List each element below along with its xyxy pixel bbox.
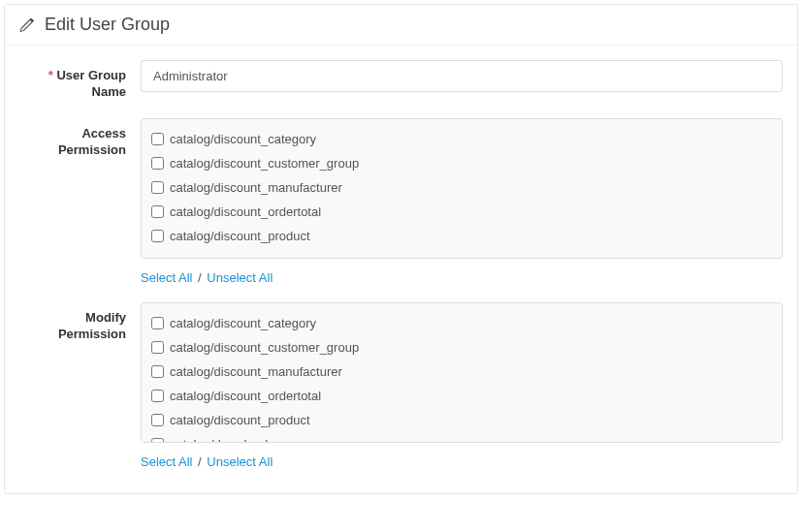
list-item: catalog/discount_manufacturer — [151, 175, 772, 200]
list-item: catalog/download — [151, 432, 772, 443]
modify-checkbox[interactable] — [151, 341, 164, 354]
pencil-icon — [19, 17, 35, 33]
list-item: catalog/discount_product — [151, 224, 772, 248]
label-modify-permission: Modify Permission — [19, 302, 141, 469]
modify-item-label: catalog/download — [170, 437, 268, 443]
list-item: catalog/discount_customer_group — [151, 151, 772, 175]
access-item-label: catalog/discount_category — [170, 132, 316, 146]
modify-checkbox[interactable] — [151, 390, 164, 402]
row-access-permission: Access Permission catalog/discount_categ… — [19, 118, 783, 285]
separator: / — [196, 454, 204, 469]
access-item-label: catalog/discount_customer_group — [170, 156, 359, 171]
modify-checkbox[interactable] — [151, 438, 164, 443]
list-item: catalog/discount_ordertotal — [151, 200, 772, 224]
modify-permission-box[interactable]: catalog/discount_category catalog/discou… — [141, 302, 783, 443]
modify-item-label: catalog/discount_customer_group — [170, 340, 359, 355]
list-item: catalog/discount_ordertotal — [151, 384, 772, 408]
modify-unselect-all-link[interactable]: Unselect All — [207, 454, 273, 469]
access-checkbox[interactable] — [151, 230, 164, 242]
access-unselect-all-link[interactable]: Unselect All — [207, 270, 273, 285]
label-text: User Group Name — [56, 68, 126, 99]
panel-body: * User Group Name Access Permission cata… — [5, 46, 797, 493]
modify-item-label: catalog/discount_ordertotal — [170, 389, 321, 403]
list-item: catalog/discount_product — [151, 408, 772, 432]
access-checkbox[interactable] — [151, 181, 164, 194]
modify-checkbox[interactable] — [151, 414, 164, 426]
access-action-links: Select All / Unselect All — [141, 270, 783, 285]
required-marker: * — [48, 68, 53, 82]
row-modify-permission: Modify Permission catalog/discount_categ… — [19, 302, 783, 469]
user-group-name-input[interactable] — [141, 60, 783, 92]
modify-item-label: catalog/discount_product — [170, 413, 310, 427]
list-item: catalog/discount_category — [151, 311, 772, 335]
modify-select-all-link[interactable]: Select All — [141, 454, 192, 469]
modify-item-label: catalog/discount_manufacturer — [170, 364, 342, 379]
access-item-label: catalog/discount_ordertotal — [170, 204, 321, 219]
row-user-group-name: * User Group Name — [19, 60, 783, 101]
panel-header: Edit User Group — [5, 5, 797, 46]
access-permission-box[interactable]: catalog/discount_category catalog/discou… — [141, 118, 783, 259]
access-select-all-link[interactable]: Select All — [141, 270, 192, 285]
label-access-permission: Access Permission — [19, 118, 141, 285]
access-item-label: catalog/discount_product — [170, 229, 310, 243]
panel-title: Edit User Group — [45, 15, 170, 35]
modify-action-links: Select All / Unselect All — [141, 454, 783, 469]
list-item: catalog/discount_category — [151, 127, 772, 151]
separator: / — [196, 270, 204, 285]
access-checkbox[interactable] — [151, 205, 164, 218]
edit-user-group-panel: Edit User Group * User Group Name Access… — [4, 4, 798, 494]
list-item: catalog/discount_manufacturer — [151, 360, 772, 384]
list-item: catalog/discount_customer_group — [151, 335, 772, 360]
access-item-label: catalog/discount_manufacturer — [170, 180, 342, 195]
modify-checkbox[interactable] — [151, 365, 164, 378]
label-user-group-name: * User Group Name — [19, 60, 141, 101]
access-checkbox[interactable] — [151, 157, 164, 170]
access-checkbox[interactable] — [151, 133, 164, 145]
modify-item-label: catalog/discount_category — [170, 316, 316, 330]
modify-checkbox[interactable] — [151, 317, 164, 329]
